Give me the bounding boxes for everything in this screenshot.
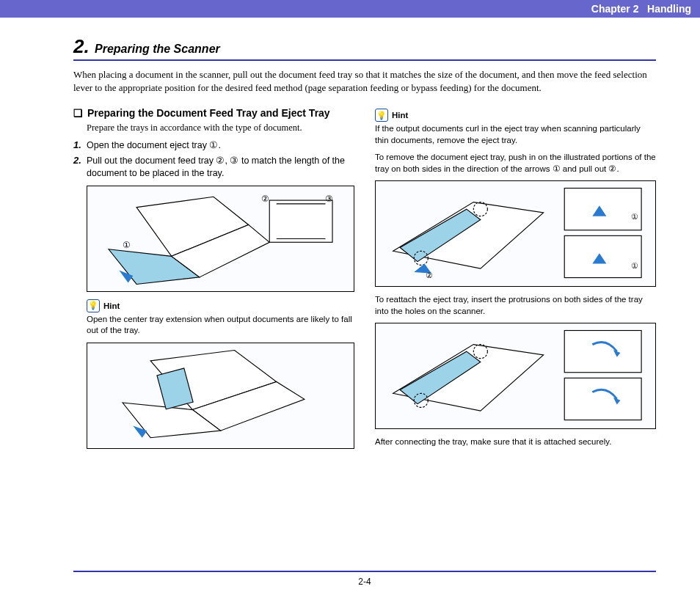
two-column-layout: ❏ Preparing the Document Feed Tray and E… bbox=[73, 107, 656, 456]
svg-rect-3 bbox=[269, 200, 332, 242]
figure-reattach-tray bbox=[375, 323, 656, 429]
hint-text: If the output documents curl in the ejec… bbox=[375, 123, 656, 146]
svg-rect-32 bbox=[564, 378, 641, 420]
svg-rect-21 bbox=[564, 236, 641, 278]
svg-rect-20 bbox=[564, 189, 641, 230]
figure-remove-tray: ① ① ② bbox=[375, 180, 656, 287]
subheading-bullet-icon: ❏ bbox=[73, 107, 83, 120]
hint-lightbulb-icon: 💡 bbox=[87, 299, 100, 312]
figure-tray-pullout: ① ② ③ bbox=[87, 186, 354, 292]
svg-text:①: ① bbox=[123, 239, 131, 249]
svg-text:①: ① bbox=[631, 213, 638, 222]
svg-text:②: ② bbox=[426, 271, 433, 279]
step-number: 2. bbox=[73, 155, 87, 180]
section-number: 2. bbox=[73, 35, 90, 57]
step-2: 2. Pull out the document feed tray ②, ③ … bbox=[73, 155, 354, 180]
hint-text: Open the center tray extension when outp… bbox=[87, 314, 354, 337]
page-number: 2-4 bbox=[358, 577, 371, 587]
step-number: 1. bbox=[73, 139, 87, 152]
page-footer: 2-4 bbox=[73, 571, 656, 587]
section-title-row: 2. Preparing the Scanner bbox=[73, 35, 656, 61]
hint-row: 💡 Hint bbox=[375, 109, 656, 122]
subheading: ❏ Preparing the Document Feed Tray and E… bbox=[73, 107, 354, 120]
step-1: 1. Open the document eject tray ①. bbox=[73, 139, 354, 152]
subheading-description: Prepare the trays in accordance with the… bbox=[87, 122, 354, 133]
chapter-title: Handling bbox=[647, 3, 691, 15]
chapter-number: Chapter 2 bbox=[591, 3, 639, 15]
chapter-header: Chapter 2 Handling bbox=[0, 0, 700, 18]
right-column: 💡 Hint If the output documents curl in t… bbox=[375, 107, 656, 456]
step-text: Pull out the document feed tray ②, ③ to … bbox=[87, 155, 354, 180]
svg-rect-31 bbox=[564, 331, 641, 373]
section-name: Preparing the Scanner bbox=[95, 43, 220, 55]
remove-tray-text: To remove the document eject tray, push … bbox=[375, 152, 656, 175]
hint-row: 💡 Hint bbox=[87, 299, 354, 312]
page-body: 2. Preparing the Scanner When placing a … bbox=[0, 18, 700, 456]
step-text: Open the document eject tray ①. bbox=[87, 139, 221, 152]
svg-text:②: ② bbox=[261, 193, 269, 203]
hint-label: Hint bbox=[392, 111, 408, 120]
hint-lightbulb-icon: 💡 bbox=[375, 109, 388, 122]
secure-tray-text: After connecting the tray, make sure tha… bbox=[375, 436, 656, 448]
reattach-tray-text: To reattach the eject tray, insert the p… bbox=[375, 294, 656, 317]
left-column: ❏ Preparing the Document Feed Tray and E… bbox=[73, 107, 354, 456]
subheading-text: Preparing the Document Feed Tray and Eje… bbox=[87, 107, 330, 119]
svg-text:①: ① bbox=[631, 261, 638, 270]
figure-center-extension bbox=[87, 343, 354, 449]
svg-text:③: ③ bbox=[326, 193, 334, 203]
hint-label: Hint bbox=[103, 301, 120, 310]
section-intro: When placing a document in the scanner, … bbox=[73, 68, 656, 94]
